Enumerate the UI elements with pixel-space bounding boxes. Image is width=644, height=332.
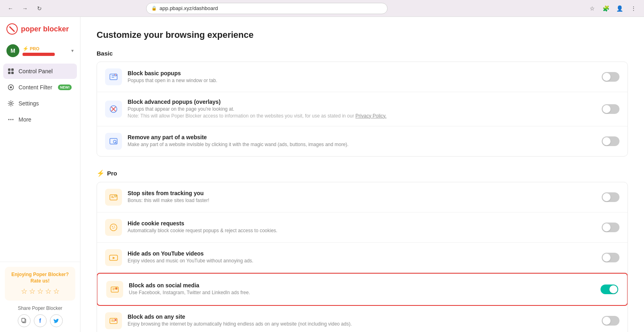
toggle-block-any-site[interactable]: [602, 316, 619, 326]
sidebar-item-control-panel[interactable]: Control Panel: [3, 64, 77, 79]
section-header-basic: Basic: [97, 50, 628, 57]
setting-text-block-advanced: Block advanced popups (overlays) Popups …: [128, 99, 596, 120]
sidebar-item-label: Content Filter: [19, 84, 52, 91]
pro-lightning-icon: ⚡: [97, 169, 105, 177]
sidebar-user[interactable]: M ⚡ PRO ▾: [0, 41, 80, 60]
sidebar-item-label: More: [19, 116, 31, 123]
svg-point-8: [10, 119, 12, 120]
rate-card: Enjoying Poper Blocker? Rate us! ☆ ☆ ☆ ☆…: [5, 267, 75, 301]
lock-icon: 🔒: [151, 6, 157, 11]
svg-rect-3: [11, 72, 14, 74]
setting-title: Stop sites from tracking you: [128, 190, 596, 196]
toggle-hide-youtube[interactable]: [602, 253, 619, 262]
star-4[interactable]: ☆: [45, 287, 52, 296]
svg-point-23: [112, 226, 113, 227]
reload-button[interactable]: ↻: [34, 3, 45, 14]
back-button[interactable]: ←: [5, 3, 16, 14]
toggle-block-basic-popups[interactable]: [602, 72, 619, 82]
copy-share-button[interactable]: [18, 314, 31, 327]
url-text: app.pbapi.xyz/dashboard: [159, 5, 218, 11]
setting-icon-stop-tracking: [105, 189, 122, 206]
browser-actions: ☆ 🧩 👤 ⋮: [587, 3, 639, 14]
setting-desc: Use Facebook, Instagram, Twitter and Lin…: [129, 289, 595, 296]
sidebar-item-label: Settings: [19, 100, 39, 107]
star-2[interactable]: ☆: [29, 287, 35, 296]
lightning-icon: ⚡: [23, 46, 29, 52]
sidebar-logo: poper blocker: [0, 23, 80, 41]
sidebar-nav: Control Panel Content Filter NEW!: [0, 64, 80, 262]
address-bar[interactable]: 🔒 app.pbapi.xyz/dashboard: [146, 3, 388, 14]
svg-rect-1: [11, 68, 14, 71]
svg-point-24: [114, 226, 115, 227]
star-3[interactable]: ☆: [37, 287, 43, 296]
toggle-remove-part[interactable]: [602, 136, 619, 146]
svg-marker-28: [113, 257, 115, 259]
setting-row-stop-tracking: Stop sites from tracking you Bonus: this…: [97, 182, 627, 212]
setting-icon-block-basic: [105, 68, 122, 85]
sidebar-item-label: Control Panel: [19, 68, 53, 74]
profile-button[interactable]: 👤: [614, 3, 625, 14]
svg-point-9: [12, 119, 14, 120]
svg-point-7: [8, 119, 10, 120]
sidebar-item-more[interactable]: More: [3, 112, 77, 127]
logo-icon: [6, 23, 18, 35]
pro-settings-card: Stop sites from tracking you Bonus: this…: [97, 182, 628, 332]
sidebar-item-content-filter[interactable]: Content Filter NEW!: [3, 80, 77, 95]
share-title: Share Poper Blocker: [5, 305, 75, 311]
setting-text-stop-tracking: Stop sites from tracking you Bonus: this…: [128, 190, 596, 204]
setting-row-block-basic-popups: Block basic popups Popups that open in a…: [97, 62, 627, 92]
settings-icon: [7, 100, 14, 107]
app-container: poper blocker M ⚡ PRO ▾: [0, 17, 644, 332]
avatar: M: [6, 44, 19, 57]
sidebar-bottom: Enjoying Poper Blocker? Rate us! ☆ ☆ ☆ ☆…: [0, 262, 80, 332]
setting-row-block-any-site: Block ads on any site Enjoy browsing the…: [97, 306, 627, 332]
star-5[interactable]: ☆: [53, 287, 60, 296]
logo-text: poper blocker: [21, 25, 69, 33]
stars-row[interactable]: ☆ ☆ ☆ ☆ ☆: [10, 287, 70, 296]
toggle-hide-cookies[interactable]: [602, 223, 619, 232]
facebook-share-button[interactable]: f: [34, 314, 47, 327]
star-1[interactable]: ☆: [21, 287, 27, 296]
setting-icon-hide-youtube: [105, 249, 122, 266]
setting-desc: Automatically block cookie request popup…: [128, 227, 596, 234]
sidebar: poper blocker M ⚡ PRO ▾: [0, 17, 80, 332]
setting-text-block-any: Block ads on any site Enjoy browsing the…: [128, 313, 596, 328]
sidebar-item-settings[interactable]: Settings: [3, 96, 77, 111]
setting-desc: Popups that open in a new window or tab.: [128, 77, 596, 84]
twitter-share-button[interactable]: [50, 314, 63, 327]
content-filter-icon: [7, 84, 14, 91]
menu-button[interactable]: ⋮: [628, 3, 639, 14]
setting-row-block-advanced-popups: Block advanced popups (overlays) Popups …: [97, 92, 627, 126]
setting-title: Hide ads on YouTube videos: [128, 250, 596, 257]
setting-icon-remove-part: [105, 133, 122, 150]
setting-desc: Make any part of a website invisible by …: [128, 141, 596, 148]
bookmark-button[interactable]: ☆: [587, 3, 598, 14]
setting-icon-block-any: [105, 312, 122, 329]
setting-text-block-basic: Block basic popups Popups that open in a…: [128, 70, 596, 84]
setting-text-block-social: Block ads on social media Use Facebook, …: [129, 282, 595, 296]
setting-title: Block ads on social media: [129, 282, 595, 289]
toggle-block-social-media[interactable]: [601, 285, 618, 294]
setting-row-hide-cookies: Hide cookie requests Automatically block…: [97, 212, 627, 243]
setting-desc: Enjoy browsing the internet by automatic…: [128, 321, 596, 328]
toggle-block-advanced-popups[interactable]: [602, 104, 619, 114]
svg-point-5: [10, 87, 12, 89]
rate-card-title: Enjoying Poper Blocker?: [10, 272, 70, 277]
setting-row-block-social: Block ads on social media Use Facebook, …: [98, 274, 626, 304]
browser-chrome: ← → ↻ 🔒 app.pbapi.xyz/dashboard ☆ 🧩 👤 ⋮: [0, 0, 644, 17]
setting-desc: Bonus: this will make sites load faster!: [128, 197, 596, 204]
setting-title: Block basic popups: [128, 70, 596, 76]
share-section: Share Poper Blocker f: [5, 305, 75, 327]
new-badge: NEW!: [58, 85, 72, 90]
pro-section: ⚡ Pro Stop sites from tracki: [97, 169, 628, 332]
toggle-stop-tracking[interactable]: [602, 192, 619, 202]
setting-title: Block advanced popups (overlays): [128, 99, 596, 105]
extension-button[interactable]: 🧩: [601, 3, 612, 14]
setting-desc: Enjoy videos and music on YouTube withou…: [128, 258, 596, 264]
forward-button[interactable]: →: [19, 3, 31, 14]
svg-rect-2: [8, 72, 10, 74]
setting-icon-block-social: [106, 281, 123, 298]
basic-section: Basic Block basic popups: [97, 50, 628, 157]
setting-row-remove-part: Remove any part of a website Make any pa…: [97, 126, 627, 156]
setting-text-hide-cookies: Hide cookie requests Automatically block…: [128, 220, 596, 234]
